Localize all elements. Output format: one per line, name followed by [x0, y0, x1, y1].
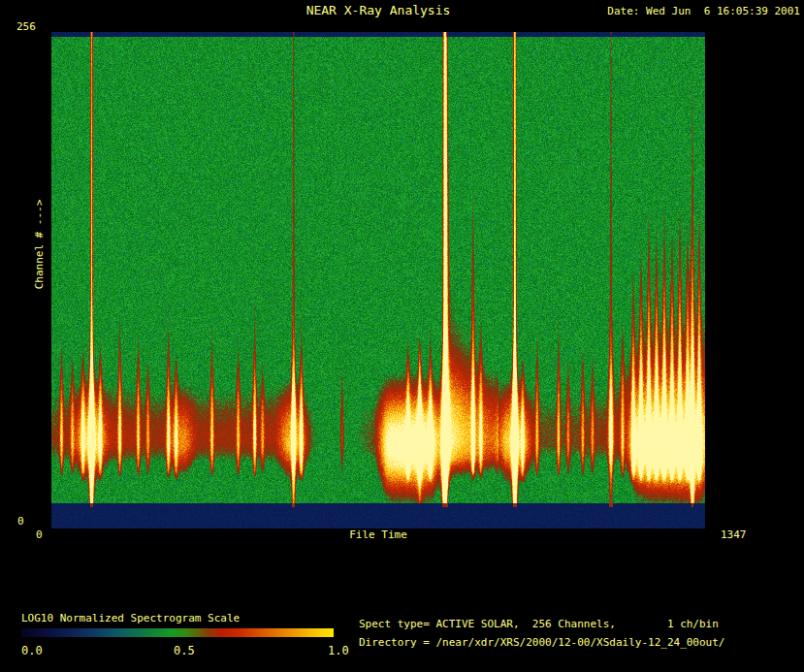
directory-line: Directory = /near/xdr/XRS/2000/12-00/XSd… — [359, 636, 725, 649]
x-axis-max-label: 1347 — [721, 528, 747, 541]
x-axis-min-label: 0 — [36, 528, 43, 541]
colorbar-tick-max: 1.0 — [328, 645, 349, 657]
x-axis-title: File Time — [51, 528, 705, 541]
colorbar-gradient — [21, 628, 334, 637]
colorbar-tick-min: 0.0 — [21, 645, 43, 657]
y-axis-max-label: 256 — [16, 20, 36, 33]
y-axis-min-label: 0 — [17, 515, 24, 528]
y-axis-title: Channel # ---> — [33, 200, 46, 290]
colorbar-title: LOG10 Normalized Spectrogram Scale — [21, 612, 240, 624]
colorbar-tick-mid: 0.5 — [174, 645, 195, 657]
spect-type-line: Spect type= ACTIVE SOLAR, 256 Channels, … — [359, 618, 719, 630]
header-datetime: Date: Wed Jun 6 16:05:39 2001 — [607, 5, 800, 17]
near-xray-analysis-window: NEAR X-Ray Analysis Date: Wed Jun 6 16:0… — [0, 0, 804, 672]
spectrogram-canvas — [51, 32, 705, 528]
